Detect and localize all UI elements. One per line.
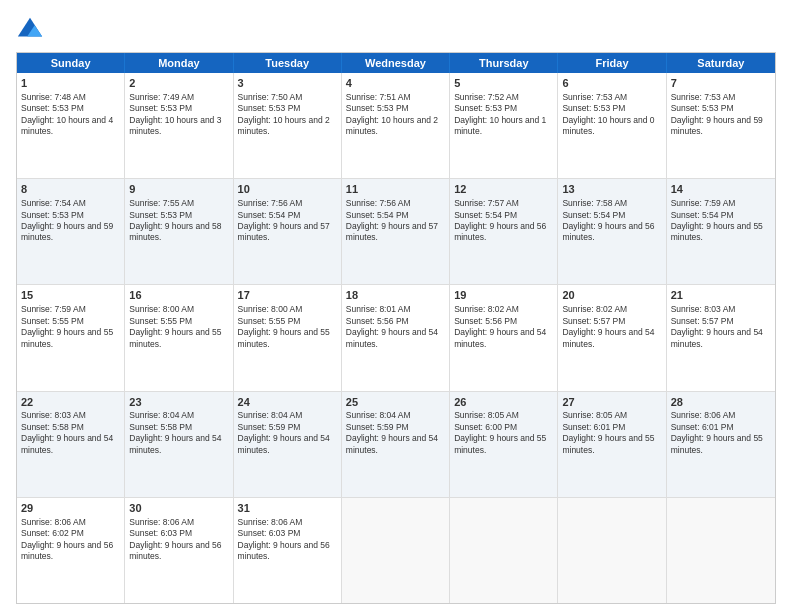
sunrise: Sunrise: 7:58 AM [562,198,627,208]
empty-cell [558,498,666,603]
day-number: 25 [346,395,445,410]
sunrise: Sunrise: 7:55 AM [129,198,194,208]
sunrise: Sunrise: 7:59 AM [671,198,736,208]
day-cell-8: 8 Sunrise: 7:54 AM Sunset: 5:53 PM Dayli… [17,179,125,284]
day-cell-12: 12 Sunrise: 7:57 AM Sunset: 5:54 PM Dayl… [450,179,558,284]
sunset: Sunset: 5:53 PM [129,210,192,220]
header-tuesday: Tuesday [234,53,342,73]
sunrise: Sunrise: 7:56 AM [346,198,411,208]
daylight: Daylight: 9 hours and 57 minutes. [346,221,438,242]
daylight: Daylight: 9 hours and 56 minutes. [562,221,654,242]
sunrise: Sunrise: 7:59 AM [21,304,86,314]
day-number: 28 [671,395,771,410]
day-number: 17 [238,288,337,303]
day-number: 6 [562,76,661,91]
sunrise: Sunrise: 7:53 AM [562,92,627,102]
sunrise: Sunrise: 8:04 AM [129,410,194,420]
day-number: 13 [562,182,661,197]
day-cell-27: 27 Sunrise: 8:05 AM Sunset: 6:01 PM Dayl… [558,392,666,497]
sunrise: Sunrise: 8:04 AM [238,410,303,420]
calendar-row-1: 1 Sunrise: 7:48 AM Sunset: 5:53 PM Dayli… [17,73,775,179]
day-cell-21: 21 Sunrise: 8:03 AM Sunset: 5:57 PM Dayl… [667,285,775,390]
sunset: Sunset: 5:56 PM [454,316,517,326]
sunrise: Sunrise: 7:50 AM [238,92,303,102]
day-number: 8 [21,182,120,197]
daylight: Daylight: 10 hours and 0 minutes. [562,115,654,136]
logo [16,16,48,44]
day-number: 3 [238,76,337,91]
sunset: Sunset: 5:57 PM [562,316,625,326]
day-cell-1: 1 Sunrise: 7:48 AM Sunset: 5:53 PM Dayli… [17,73,125,178]
daylight: Daylight: 9 hours and 55 minutes. [671,221,763,242]
daylight: Daylight: 9 hours and 55 minutes. [21,327,113,348]
logo-icon [16,16,44,44]
calendar: Sunday Monday Tuesday Wednesday Thursday… [16,52,776,604]
daylight: Daylight: 9 hours and 56 minutes. [129,540,221,561]
sunrise: Sunrise: 7:57 AM [454,198,519,208]
day-cell-25: 25 Sunrise: 8:04 AM Sunset: 5:59 PM Dayl… [342,392,450,497]
day-number: 9 [129,182,228,197]
sunrise: Sunrise: 8:06 AM [21,517,86,527]
sunset: Sunset: 5:54 PM [346,210,409,220]
sunset: Sunset: 6:03 PM [238,528,301,538]
day-number: 15 [21,288,120,303]
sunrise: Sunrise: 8:03 AM [21,410,86,420]
header-friday: Friday [558,53,666,73]
daylight: Daylight: 9 hours and 54 minutes. [346,433,438,454]
daylight: Daylight: 10 hours and 1 minute. [454,115,546,136]
header [16,16,776,44]
sunset: Sunset: 5:54 PM [562,210,625,220]
sunset: Sunset: 5:58 PM [21,422,84,432]
calendar-row-2: 8 Sunrise: 7:54 AM Sunset: 5:53 PM Dayli… [17,179,775,285]
sunset: Sunset: 6:00 PM [454,422,517,432]
day-number: 1 [21,76,120,91]
day-cell-7: 7 Sunrise: 7:53 AM Sunset: 5:53 PM Dayli… [667,73,775,178]
day-number: 21 [671,288,771,303]
empty-cell [450,498,558,603]
sunset: Sunset: 5:53 PM [238,103,301,113]
header-wednesday: Wednesday [342,53,450,73]
day-number: 20 [562,288,661,303]
sunset: Sunset: 5:56 PM [346,316,409,326]
sunrise: Sunrise: 8:05 AM [562,410,627,420]
day-number: 7 [671,76,771,91]
sunset: Sunset: 5:55 PM [129,316,192,326]
sunrise: Sunrise: 8:06 AM [129,517,194,527]
day-cell-23: 23 Sunrise: 8:04 AM Sunset: 5:58 PM Dayl… [125,392,233,497]
sunrise: Sunrise: 7:53 AM [671,92,736,102]
sunrise: Sunrise: 8:06 AM [671,410,736,420]
sunrise: Sunrise: 8:02 AM [562,304,627,314]
sunset: Sunset: 5:57 PM [671,316,734,326]
sunset: Sunset: 5:59 PM [346,422,409,432]
sunrise: Sunrise: 7:54 AM [21,198,86,208]
sunrise: Sunrise: 8:06 AM [238,517,303,527]
day-cell-4: 4 Sunrise: 7:51 AM Sunset: 5:53 PM Dayli… [342,73,450,178]
sunrise: Sunrise: 8:00 AM [238,304,303,314]
day-number: 22 [21,395,120,410]
daylight: Daylight: 9 hours and 56 minutes. [238,540,330,561]
daylight: Daylight: 9 hours and 55 minutes. [671,433,763,454]
sunset: Sunset: 6:02 PM [21,528,84,538]
day-cell-31: 31 Sunrise: 8:06 AM Sunset: 6:03 PM Dayl… [234,498,342,603]
sunrise: Sunrise: 8:03 AM [671,304,736,314]
daylight: Daylight: 9 hours and 55 minutes. [129,327,221,348]
calendar-row-5: 29 Sunrise: 8:06 AM Sunset: 6:02 PM Dayl… [17,498,775,603]
day-cell-29: 29 Sunrise: 8:06 AM Sunset: 6:02 PM Dayl… [17,498,125,603]
sunrise: Sunrise: 7:48 AM [21,92,86,102]
sunset: Sunset: 5:59 PM [238,422,301,432]
day-number: 27 [562,395,661,410]
sunrise: Sunrise: 8:04 AM [346,410,411,420]
sunset: Sunset: 5:55 PM [238,316,301,326]
day-cell-2: 2 Sunrise: 7:49 AM Sunset: 5:53 PM Dayli… [125,73,233,178]
day-number: 31 [238,501,337,516]
daylight: Daylight: 9 hours and 54 minutes. [454,327,546,348]
day-number: 29 [21,501,120,516]
daylight: Daylight: 9 hours and 55 minutes. [562,433,654,454]
sunrise: Sunrise: 8:00 AM [129,304,194,314]
header-saturday: Saturday [667,53,775,73]
daylight: Daylight: 9 hours and 58 minutes. [129,221,221,242]
sunset: Sunset: 5:53 PM [21,210,84,220]
header-monday: Monday [125,53,233,73]
day-number: 23 [129,395,228,410]
day-cell-20: 20 Sunrise: 8:02 AM Sunset: 5:57 PM Dayl… [558,285,666,390]
